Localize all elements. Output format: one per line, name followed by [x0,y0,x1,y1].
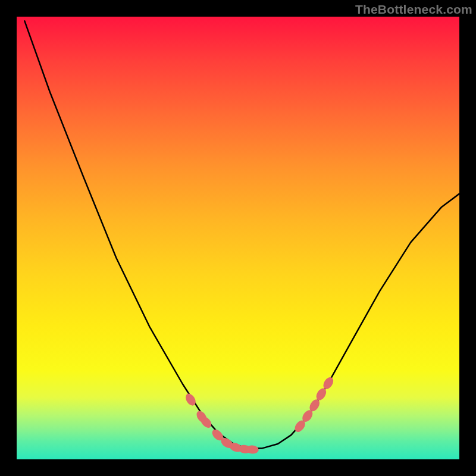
chart-svg [17,17,459,459]
curve-markers-group [184,375,336,454]
curve-line-group [24,21,459,448]
bottleneck-curve [24,21,459,448]
watermark-text: TheBottleneck.com [355,2,472,17]
chart-plot-area [17,17,459,459]
chart-frame: TheBottleneck.com [0,0,476,476]
